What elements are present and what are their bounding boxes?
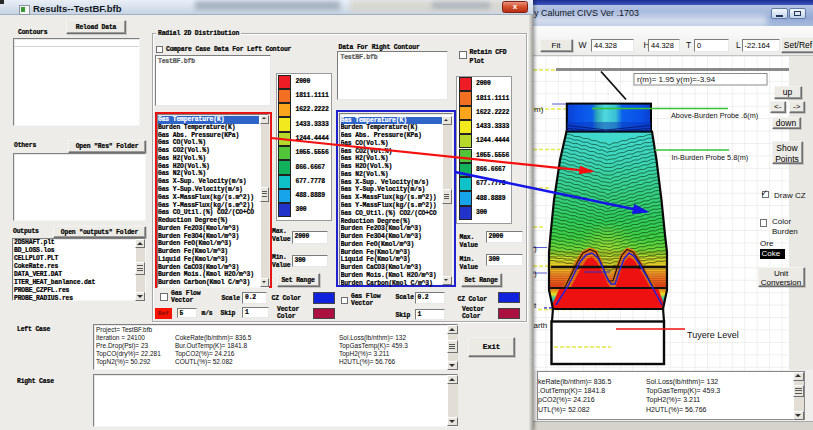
svg-text:r(m)= 1.95 y(m)=-3.94: r(m)= 1.95 y(m)=-3.94 (637, 75, 716, 84)
svg-text:arth: arth (534, 321, 548, 330)
svg-text:Tuyere Level: Tuyere Level (687, 330, 739, 340)
svg-text:In-Burden Probe 5.8(m): In-Burden Probe 5.8(m) (672, 153, 749, 162)
svg-text:): ) (534, 244, 537, 253)
svg-text:): ) (534, 269, 537, 278)
svg-text:m): m) (534, 105, 544, 114)
svg-text:Above-Burden Probe .6(m): Above-Burden Probe .6(m) (671, 111, 758, 120)
